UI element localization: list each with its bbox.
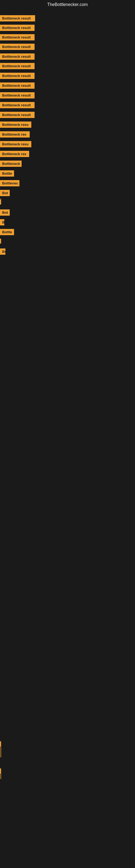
bottleneck-label-10: Bottleneck result — [0, 102, 35, 108]
bottleneck-label-3: Bottleneck result — [0, 34, 35, 40]
bottleneck-label-18: Bottlenec — [0, 180, 19, 186]
bottleneck-label-1: Bottleneck result — [0, 15, 35, 22]
vertical-line-2 — [1, 768, 1, 779]
bottleneck-result-18: Bottlenec — [0, 180, 19, 187]
bottleneck-result-1: Bottleneck result — [0, 15, 35, 23]
bottleneck-label-11: Bottleneck result — [0, 112, 35, 118]
bottleneck-result-6: Bottleneck result — [0, 63, 35, 70]
bottleneck-result-3: Bottleneck result — [0, 34, 35, 41]
vertical-line-1 — [1, 741, 1, 757]
site-title: TheBottlenecker.com — [0, 0, 135, 9]
bottleneck-result-8: Bottleneck result — [0, 83, 35, 90]
bottleneck-result-22: B — [0, 219, 4, 226]
bottleneck-label-5: Bottleneck result — [0, 54, 35, 60]
bottleneck-label-4: Bottleneck result — [0, 44, 35, 50]
bottleneck-result-25: Bo — [0, 248, 5, 256]
bottleneck-result-17: Bottle — [0, 170, 14, 178]
bottleneck-label-14: Bottleneck resu — [0, 141, 31, 147]
bottleneck-label-6: Bottleneck result — [0, 63, 35, 69]
bottleneck-result-14: Bottleneck resu — [0, 141, 31, 148]
bottleneck-result-21: Bot — [0, 209, 10, 217]
bottleneck-result-9: Bottleneck result — [0, 92, 35, 99]
bottleneck-result-10: Bottleneck result — [0, 102, 35, 109]
bottleneck-result-15: Bottleneck res — [0, 151, 29, 158]
bottleneck-label-23: Bottle — [0, 229, 14, 235]
bottleneck-result-19: Bot — [0, 190, 10, 197]
bottleneck-label-15: Bottleneck res — [0, 151, 29, 157]
bottleneck-result-11: Bottleneck result — [0, 112, 35, 119]
bottleneck-label-9: Bottleneck result — [0, 92, 35, 98]
bottleneck-result-7: Bottleneck result — [0, 73, 35, 80]
bottleneck-result-23: Bottle — [0, 229, 14, 236]
bottleneck-result-16: Bottleneck — [0, 161, 21, 168]
bottleneck-label-16: Bottleneck — [0, 161, 21, 167]
bottleneck-label-2: Bottleneck result — [0, 25, 35, 31]
bottleneck-label-21: Bot — [0, 209, 10, 216]
mini-line-24 — [0, 239, 1, 244]
bottleneck-label-22: B — [0, 219, 4, 225]
bottleneck-result-4: Bottleneck result — [0, 44, 35, 51]
bottleneck-result-2: Bottleneck result — [0, 25, 35, 32]
vertical-line-0 — [1, 198, 1, 201]
bottleneck-label-19: Bot — [0, 190, 10, 196]
bottleneck-result-13: Bottleneck res — [0, 131, 30, 138]
bottleneck-label-13: Bottleneck res — [0, 131, 30, 137]
bottleneck-result-5: Bottleneck result — [0, 54, 35, 61]
bottleneck-label-25: Bo — [0, 248, 5, 255]
bottleneck-label-8: Bottleneck result — [0, 83, 35, 89]
bottleneck-label-7: Bottleneck result — [0, 73, 35, 79]
bottleneck-label-12: Bottleneck resu — [0, 122, 31, 128]
bottleneck-label-17: Bottle — [0, 170, 14, 177]
bottleneck-result-12: Bottleneck resu — [0, 122, 31, 129]
